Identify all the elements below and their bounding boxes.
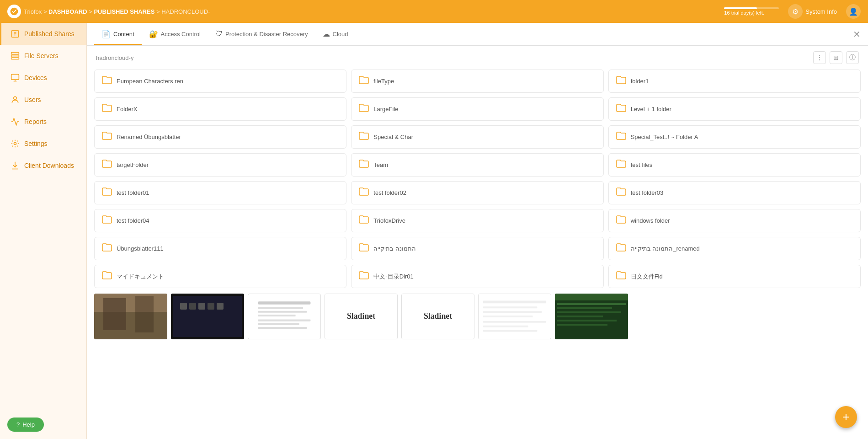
thumbnail-photo2[interactable] bbox=[171, 294, 244, 339]
folder-name: Special_Test..! ~ Folder A bbox=[631, 134, 698, 140]
folder-icon bbox=[102, 271, 112, 282]
tab-protection[interactable]: 🛡 Protection & Disaster Recovery bbox=[208, 24, 315, 44]
sep2: > bbox=[89, 8, 94, 15]
svg-rect-18 bbox=[217, 303, 224, 310]
user-avatar[interactable]: 👤 bbox=[846, 4, 861, 19]
sidebar-item-file-servers[interactable]: File Servers bbox=[0, 45, 86, 67]
svg-rect-40 bbox=[555, 294, 628, 300]
thumbnail-doc4[interactable] bbox=[478, 294, 551, 339]
svg-rect-2 bbox=[11, 53, 19, 54]
system-info[interactable]: ⚙ System Info bbox=[788, 4, 837, 19]
sidebar-label-client-downloads: Client Downloads bbox=[24, 162, 74, 169]
folder-item[interactable]: TriofoxDrive bbox=[351, 209, 603, 232]
folder-name: test folder03 bbox=[631, 189, 664, 196]
sep1: > bbox=[43, 8, 48, 15]
folder-item[interactable]: test folder01 bbox=[94, 181, 346, 204]
folder-item[interactable]: Team bbox=[351, 153, 603, 177]
folder-item[interactable]: test folder03 bbox=[608, 181, 861, 204]
svg-rect-10 bbox=[103, 298, 126, 330]
reports-icon bbox=[11, 117, 20, 126]
sidebar-item-reports[interactable]: Reports bbox=[0, 111, 86, 133]
svg-rect-41 bbox=[557, 303, 626, 305]
breadcrumb-published-shares[interactable]: PUBLISHED SHARES bbox=[94, 8, 154, 15]
breadcrumb-dashboard[interactable]: DASHBOARD bbox=[48, 8, 87, 15]
folder-name: windows folder bbox=[631, 217, 670, 224]
folder-item[interactable]: test folder02 bbox=[351, 181, 603, 204]
tabs-bar: 📄 Content 🔐 Access Control 🛡 Protection … bbox=[87, 23, 868, 46]
folder-name: FolderX bbox=[117, 106, 138, 112]
sidebar-item-users[interactable]: Users bbox=[0, 89, 86, 111]
sidebar-label-published-shares: Published Shares bbox=[24, 30, 75, 37]
folder-item[interactable]: FolderX bbox=[94, 97, 346, 121]
path-text: hadroncloud-y bbox=[96, 54, 133, 61]
tab-cloud-label: Cloud bbox=[333, 31, 348, 37]
svg-rect-43 bbox=[557, 311, 621, 313]
folder-icon bbox=[616, 215, 626, 226]
folder-icon bbox=[359, 271, 369, 282]
thumbnail-photo1[interactable] bbox=[94, 294, 167, 339]
sidebar: Published Shares File Servers Devices Us… bbox=[0, 23, 87, 439]
folder-icon bbox=[102, 187, 112, 198]
thumbnail-screenshot[interactable] bbox=[555, 294, 628, 339]
sidebar-item-client-downloads[interactable]: Client Downloads bbox=[0, 155, 86, 177]
svg-rect-16 bbox=[198, 303, 205, 310]
folder-icon bbox=[359, 103, 369, 115]
top-nav: Triofox > DASHBOARD > PUBLISHED SHARES >… bbox=[0, 0, 868, 23]
folder-item[interactable]: マイドキュメント bbox=[94, 265, 346, 288]
folder-item[interactable]: folder1 bbox=[608, 70, 861, 93]
folder-item[interactable]: targetFolder bbox=[94, 153, 346, 177]
help-button[interactable]: ? Help bbox=[7, 418, 44, 432]
tab-cloud[interactable]: ☁ Cloud bbox=[315, 24, 356, 45]
folder-item[interactable]: 中文-目录Dir01 bbox=[351, 265, 603, 288]
tab-access-control[interactable]: 🔐 Access Control bbox=[142, 24, 208, 45]
close-button[interactable]: ✕ bbox=[853, 30, 861, 39]
file-servers-icon bbox=[11, 51, 20, 60]
folder-item[interactable]: LargeFile bbox=[351, 97, 603, 121]
folder-grid: European Characters ren fileType folder1 bbox=[94, 70, 861, 288]
content-tab-icon: 📄 bbox=[101, 30, 111, 38]
folder-icon bbox=[359, 187, 369, 198]
folder-icon bbox=[359, 215, 369, 226]
folder-item[interactable]: windows folder bbox=[608, 209, 861, 232]
thumbnail-doc2[interactable]: Sladinet bbox=[325, 294, 398, 339]
folder-name: 日文文件Fld bbox=[631, 273, 663, 281]
folder-name: 中文-目录Dir01 bbox=[373, 273, 413, 281]
sidebar-item-devices[interactable]: Devices bbox=[0, 67, 86, 89]
folder-item[interactable]: התמונה בתיקייה_renamed bbox=[608, 237, 861, 260]
folder-item[interactable]: Renamed Übungsblatter bbox=[94, 125, 346, 149]
triofox-logo[interactable] bbox=[7, 5, 21, 18]
svg-rect-25 bbox=[258, 323, 299, 325]
folder-item[interactable]: Level + 1 folder bbox=[608, 97, 861, 121]
folder-icon bbox=[616, 131, 626, 143]
folder-icon bbox=[616, 243, 626, 254]
thumbnail-doc3[interactable]: Sladinet bbox=[401, 294, 474, 339]
folder-item[interactable]: fileType bbox=[351, 70, 603, 93]
content-area[interactable]: hadroncloud-y ⋮ ⊞ ⓘ European Characters … bbox=[87, 46, 868, 439]
folder-icon bbox=[616, 159, 626, 171]
sidebar-item-published-shares[interactable]: Published Shares bbox=[0, 23, 86, 45]
svg-rect-21 bbox=[258, 307, 303, 309]
folder-item[interactable]: Special_Test..! ~ Folder A bbox=[608, 125, 861, 149]
fab-add-button[interactable]: + bbox=[835, 406, 857, 428]
folder-item[interactable]: Special & Char bbox=[351, 125, 603, 149]
folder-item[interactable]: test folder04 bbox=[94, 209, 346, 232]
sidebar-item-settings[interactable]: Settings bbox=[0, 133, 86, 155]
folder-item[interactable]: test files bbox=[608, 153, 861, 177]
folder-name: Team bbox=[373, 161, 388, 168]
info-button[interactable]: ⓘ bbox=[846, 51, 859, 64]
svg-rect-42 bbox=[557, 307, 612, 309]
breadcrumb: Triofox > DASHBOARD > PUBLISHED SHARES >… bbox=[24, 8, 210, 15]
help-label: Help bbox=[22, 421, 35, 428]
view-dots-button[interactable]: ⋮ bbox=[813, 51, 826, 64]
folder-item[interactable]: התמונה בתיקייה bbox=[351, 237, 603, 260]
folder-item[interactable]: Übungsblatter111 bbox=[94, 237, 346, 260]
sidebar-label-settings: Settings bbox=[24, 140, 48, 147]
folder-item[interactable]: European Characters ren bbox=[94, 70, 346, 93]
folder-name: European Characters ren bbox=[117, 78, 183, 85]
svg-rect-17 bbox=[208, 303, 214, 310]
breadcrumb-current: HADRONCLOUD- bbox=[161, 8, 210, 15]
thumbnail-doc1[interactable] bbox=[248, 294, 321, 339]
folder-item[interactable]: 日文文件Fld bbox=[608, 265, 861, 288]
tab-content[interactable]: 📄 Content bbox=[94, 24, 142, 45]
view-grid-button[interactable]: ⊞ bbox=[830, 51, 842, 64]
